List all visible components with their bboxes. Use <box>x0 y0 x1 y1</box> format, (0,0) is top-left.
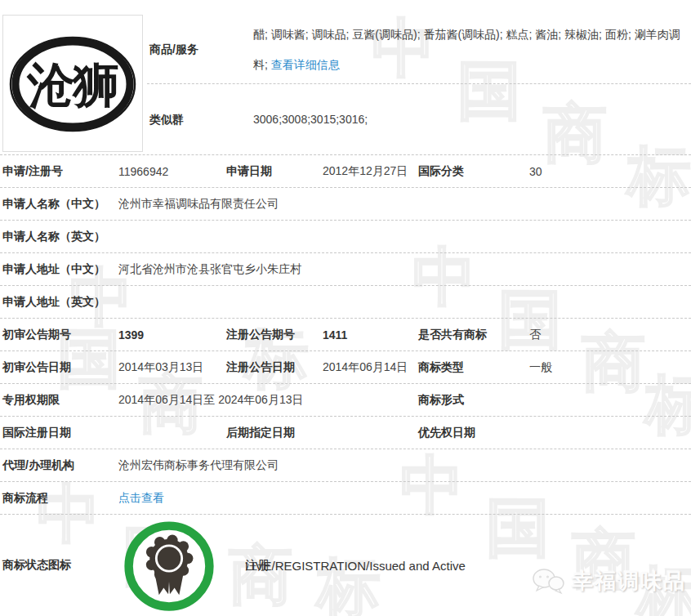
field-value: 否 <box>529 328 541 342</box>
wechat-watermark: 幸福调味品 <box>531 566 686 596</box>
field-label: 申请人地址（中文） <box>2 262 105 277</box>
field-value: 2014年06月14日至 2024年06月13日 <box>118 393 303 408</box>
status-label: 商标状态图标 <box>2 558 71 573</box>
table-row-agency: 代理/办理机构 沧州宏伟商标事务代理有限公司 <box>0 449 691 482</box>
table-row-applicant-address-en: 申请人地址（英文） <box>0 286 691 319</box>
field-value: 1411 <box>323 328 347 341</box>
table-row-applicant-name-en: 申请人名称（英文） <box>0 221 691 253</box>
field-label: 申请日期 <box>226 164 272 179</box>
field-value: 2012年12月27日 <box>323 164 408 179</box>
field-label: 后期指定日期 <box>226 426 295 440</box>
field-label: 国际注册日期 <box>2 426 71 440</box>
table-row-trademark-status: 商标状态图标 <box>0 515 691 616</box>
goods-services-row: 商品/服务 醋; 调味酱; 调味品; 豆酱(调味品); 番茄酱(调味品); 糕点… <box>147 0 691 84</box>
field-value: 11966942 <box>118 165 168 178</box>
similar-group-label: 类似群 <box>149 113 184 127</box>
wechat-watermark-text: 幸福调味品 <box>572 567 686 596</box>
field-label: 初审公告日期 <box>2 360 71 375</box>
table-row-application-number: 申请/注册号 11966942 申请日期 2012年12月27日 国际分类 30 <box>0 155 691 188</box>
award-ribbon-icon <box>123 520 216 613</box>
field-label: 申请人名称（英文） <box>2 230 105 244</box>
field-value: 2014年03月13日 <box>118 360 203 375</box>
table-row-gazette-dates: 初审公告日期 2014年03月13日 注册公告日期 2014年06月14日 商标… <box>0 351 691 384</box>
wechat-icon <box>531 566 565 596</box>
similar-group-row: 类似群 3006;3008;3015;3016; <box>147 84 691 154</box>
field-value: 1399 <box>118 328 144 341</box>
field-label: 注册公告日期 <box>226 360 295 375</box>
field-label: 商标类型 <box>418 360 464 375</box>
field-value: 一般 <box>529 360 552 375</box>
field-value: 沧州市幸福调味品有限责任公司 <box>118 197 279 212</box>
trademark-detail-page: 中国商标中国商标中国商标中国商标中国商标 沧狮 商品/服务 醋; 调味酱; 调味… <box>0 0 691 616</box>
field-label: 商标形式 <box>418 393 464 408</box>
registration-status-badge <box>123 520 216 613</box>
view-details-link[interactable]: 查看详细信息 <box>271 58 340 71</box>
trademark-detail-content: 沧狮 商品/服务 醋; 调味酱; 调味品; 豆酱(调味品); 番茄酱(调味品);… <box>0 0 691 616</box>
trademark-logo-text: 沧狮 <box>26 57 118 113</box>
table-row-international-dates: 国际注册日期 后期指定日期 优先权日期 <box>0 417 691 449</box>
table-row-applicant-name-cn: 申请人名称（中文） 沧州市幸福调味品有限责任公司 <box>0 188 691 221</box>
field-value: 沧州宏伟商标事务代理有限公司 <box>118 458 279 473</box>
field-label: 初审公告期号 <box>2 328 71 342</box>
table-row-gazette-numbers: 初审公告期号 1399 注册公告期号 1411 是否共有商标 否 <box>0 319 691 351</box>
field-label: 商标流程 <box>2 491 48 506</box>
status-text-en: LIVE/REGISTRATION/Issued and Active <box>245 559 466 573</box>
goods-services-label: 商品/服务 <box>149 42 198 57</box>
trademark-logo-graphic: 沧狮 <box>3 16 142 151</box>
trademark-image: 沧狮 <box>2 15 143 152</box>
field-label: 专用权期限 <box>2 393 60 408</box>
table-row-exclusive-right-period: 专用权期限 2014年06月14日至 2024年06月13日 商标形式 <box>0 384 691 417</box>
field-value: 河北省沧州市沧县张官屯乡小朱庄村 <box>118 262 301 277</box>
field-value: 2014年06月14日 <box>323 360 408 375</box>
field-label: 注册公告期号 <box>226 328 295 342</box>
field-label: 代理/办理机构 <box>2 458 74 473</box>
table-row-applicant-address-cn: 申请人地址（中文） 河北省沧州市沧县张官屯乡小朱庄村 <box>0 253 691 286</box>
table-row-trademark-process: 商标流程 点击查看 <box>0 482 691 515</box>
field-label: 优先权日期 <box>418 426 475 440</box>
field-label: 是否共有商标 <box>418 328 487 342</box>
field-label: 国际分类 <box>418 164 464 179</box>
field-label: 申请人地址（英文） <box>2 295 105 310</box>
field-label: 申请/注册号 <box>2 164 63 179</box>
click-to-view-link[interactable]: 点击查看 <box>118 491 164 506</box>
status-text-cn: 注册 <box>245 558 270 574</box>
similar-group-value: 3006;3008;3015;3016; <box>253 113 368 126</box>
top-section: 沧狮 商品/服务 醋; 调味酱; 调味品; 豆酱(调味品); 番茄酱(调味品);… <box>0 0 691 155</box>
field-value: 30 <box>529 165 542 178</box>
field-label: 申请人名称（中文） <box>2 197 105 212</box>
goods-services-value: 醋; 调味酱; 调味品; 豆酱(调味品); 番茄酱(调味品); 糕点; 酱油; … <box>253 20 684 80</box>
